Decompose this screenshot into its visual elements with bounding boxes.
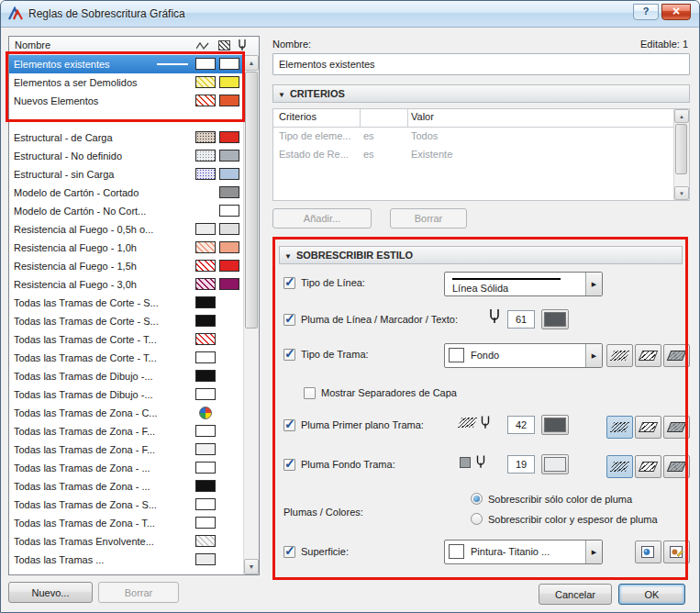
fill-type-drafting-fills-button[interactable] — [663, 344, 690, 367]
radio-icon[interactable] — [471, 513, 483, 525]
list-item[interactable]: Todas las Tramas de Zona - S... — [9, 496, 243, 514]
new-rule-button[interactable]: Nuevo... — [8, 582, 93, 603]
line-type-checkbox[interactable] — [283, 277, 295, 289]
surface-checkbox[interactable] — [283, 546, 295, 558]
pen-column-icon[interactable] — [237, 39, 248, 52]
list-item[interactable]: Todas las Tramas de Zona - F... — [9, 440, 243, 459]
list-scrollbar[interactable]: ▲ ▼ — [243, 55, 259, 574]
override-section-header[interactable]: ▼SOBRESCRIBIR ESTILO — [279, 246, 683, 264]
scroll-thumb[interactable] — [245, 72, 258, 329]
swatch — [219, 95, 239, 106]
layer-separators-checkbox[interactable] — [304, 387, 316, 399]
help-button[interactable]: ? — [633, 4, 659, 20]
close-button[interactable]: × — [661, 4, 691, 20]
fg-pen-checkbox[interactable] — [283, 419, 295, 431]
list-item[interactable]: Modelo de Cartón - No Cort... — [9, 202, 243, 220]
list-item[interactable]: Todas las Tramas ... — [9, 551, 243, 569]
list-item[interactable]: Todas las Tramas de Zona - T... — [9, 514, 243, 532]
list-item[interactable]: Estructural - No definido — [9, 147, 243, 165]
scroll-up-icon[interactable]: ▲ — [674, 109, 689, 123]
fill-type-cut-fills-button[interactable] — [606, 344, 633, 367]
radio-override-color-weight[interactable]: Sobrescribir color y espesor de pluma — [471, 513, 658, 525]
cancel-button[interactable]: Cancelar — [539, 584, 612, 605]
swatch — [219, 150, 239, 162]
pen-number-input[interactable]: 61 — [507, 310, 535, 329]
pen-checkbox[interactable] — [283, 314, 295, 326]
rules-list-header[interactable]: Nombre — [9, 37, 259, 56]
list-item[interactable]: Todas las Tramas de Zona - F... — [9, 422, 243, 440]
list-item[interactable]: Todas las Tramas de Zona - ... — [9, 477, 243, 496]
value-column-header[interactable]: Valor — [411, 111, 434, 122]
scroll-down-icon[interactable]: ▼ — [244, 559, 259, 574]
criteria-operator: es — [363, 145, 374, 163]
list-item[interactable]: Todas las Tramas de Dibujo -... — [9, 367, 243, 385]
fg-pen-cover-fills-button[interactable] — [635, 416, 661, 439]
list-item[interactable]: Elementos existentes — [9, 55, 243, 73]
zone-colors-icon — [199, 407, 212, 419]
list-item-label: Todas las Tramas de Zona - C... — [14, 407, 158, 418]
criteria-row[interactable]: Estado de Re...esExistente — [273, 145, 674, 163]
fill-type-dropdown[interactable]: Fondo ▶ — [444, 343, 603, 368]
list-item[interactable]: Resistencia al Fuego - 1,0h — [9, 239, 243, 257]
list-item[interactable]: Todas las Tramas de Zona - C... — [9, 404, 243, 422]
fg-pen-drafting-fills-button[interactable] — [663, 416, 690, 439]
scroll-down-icon[interactable]: ▼ — [674, 186, 689, 200]
list-item[interactable]: Modelo de Cartón - Cortado — [9, 184, 243, 202]
list-item[interactable]: Resistencia al Fuego - 3,0h — [9, 275, 243, 294]
list-item[interactable]: Todas las Tramas de Dibujo -... — [9, 385, 243, 404]
list-item[interactable]: Resistencia al Fuego - 1,5h — [9, 257, 243, 275]
swatch — [219, 205, 239, 217]
list-item[interactable]: Estructural - de Carga — [9, 128, 243, 147]
list-item[interactable]: Todas las Tramas de Corte - S... — [9, 312, 243, 330]
list-item[interactable]: Todas las Tramas de Corte - S... — [9, 294, 243, 312]
list-item[interactable]: Todas las Tramas de Zona - ... — [9, 459, 243, 477]
titlebar[interactable]: Reglas de Sobrescritura Gráfica ? × — [1, 1, 699, 28]
surface-catalog-button[interactable] — [663, 541, 690, 563]
fg-pen-number-input[interactable]: 42 — [507, 416, 535, 434]
name-column-header[interactable]: Nombre — [15, 39, 50, 50]
pen-color-button[interactable] — [541, 309, 569, 329]
fill-type-cover-fills-button[interactable] — [635, 344, 661, 367]
criteria-section-header[interactable]: ▼CRITERIOS — [272, 84, 690, 103]
radio-override-color-only[interactable]: Sobrescribir sólo color de pluma — [471, 493, 632, 505]
criteria-column-header[interactable]: Criterios — [279, 111, 317, 122]
list-item[interactable]: Estructural - sin Carga — [9, 165, 243, 184]
delete-criteria-button[interactable]: Borrar — [390, 208, 467, 228]
fg-pen-color-button[interactable] — [541, 415, 569, 435]
list-item[interactable]: Todas las Tramas de Corte - T... — [9, 349, 243, 367]
bg-pen-cut-fills-button[interactable] — [606, 455, 633, 478]
list-item[interactable]: Todas las Tramas de Corte - T... — [9, 330, 243, 349]
criteria-scrollbar[interactable]: ▲ ▼ — [673, 109, 689, 200]
list-item-label: Elementos a ser Demolidos — [14, 77, 138, 88]
fill-type-value: Fondo — [471, 350, 499, 361]
add-criteria-button[interactable]: Añadir... — [272, 208, 372, 228]
pen-color-swatch — [544, 312, 566, 327]
list-item[interactable]: Todas las Tramas Envolvente... — [9, 532, 243, 551]
collapse-triangle-icon: ▼ — [284, 252, 292, 261]
scroll-thumb[interactable] — [675, 124, 687, 174]
swatch — [219, 76, 239, 88]
name-input[interactable]: Elementos existentes — [272, 53, 690, 75]
swatch — [195, 58, 216, 70]
line-column-icon[interactable] — [196, 41, 209, 50]
radio-icon[interactable] — [471, 493, 483, 505]
fg-pen-cut-fills-button[interactable] — [606, 416, 633, 439]
bg-pen-number-input[interactable]: 19 — [507, 455, 535, 474]
fill-type-checkbox[interactable] — [283, 349, 295, 361]
ok-button[interactable]: OK — [618, 584, 685, 605]
fill-column-icon[interactable] — [218, 40, 230, 50]
bg-pen-cover-fills-button[interactable] — [635, 455, 661, 478]
scroll-up-icon[interactable]: ▲ — [244, 55, 259, 71]
bg-pen-color-button[interactable] — [541, 454, 569, 474]
bg-pen-checkbox[interactable] — [283, 459, 295, 471]
criteria-row[interactable]: Tipo de eleme...esTodos — [273, 127, 674, 145]
list-item[interactable]: Nuevos Elementos — [9, 92, 243, 110]
line-type-dropdown[interactable]: Línea Sólida ▶ — [444, 272, 603, 296]
bg-pen-drafting-fills-button[interactable] — [663, 455, 690, 478]
list-item[interactable]: Elementos a ser Demolidos — [9, 73, 243, 92]
list-item[interactable]: Resistencia al Fuego - 0,5h o... — [9, 220, 243, 239]
solid-fill-icon — [460, 457, 471, 468]
surface-dropdown[interactable]: Pintura- Titanio ... ▶ — [444, 540, 603, 564]
delete-rule-button[interactable]: Borrar — [98, 582, 179, 603]
surface-texture-button[interactable] — [635, 541, 661, 563]
